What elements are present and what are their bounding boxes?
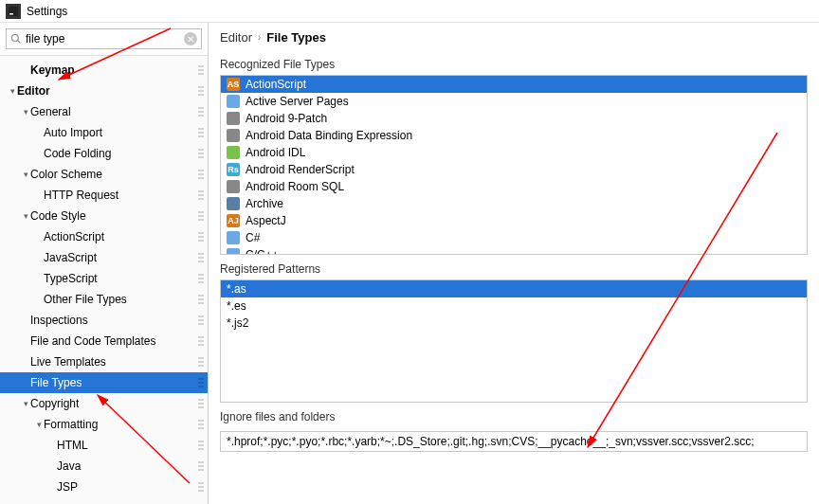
settings-tree[interactable]: Keymap▾Editor▾GeneralAuto ImportCode Fol… (0, 56, 208, 504)
sidebar-item-copyright[interactable]: ▾Copyright (0, 393, 208, 414)
svg-rect-54 (198, 406, 204, 408)
svg-rect-21 (198, 177, 204, 179)
svg-rect-62 (198, 465, 204, 467)
sidebar-item-live-templates[interactable]: Live Templates (0, 351, 208, 372)
svg-rect-23 (198, 194, 204, 196)
filetype-row[interactable]: RsAndroid RenderScript (221, 161, 807, 178)
filetype-row[interactable]: Android IDL (221, 144, 807, 161)
project-scope-icon (198, 418, 204, 431)
filetype-icon: Rs (227, 163, 240, 176)
sidebar-item-general[interactable]: ▾General (0, 101, 208, 122)
sidebar-item-label: Color Scheme (30, 168, 198, 181)
project-scope-icon (198, 189, 204, 202)
window-title: Settings (27, 5, 67, 18)
settings-sidebar: ✕ Keymap▾Editor▾GeneralAuto ImportCode F… (0, 23, 209, 504)
filetype-label: Active Server Pages (246, 95, 349, 108)
svg-rect-4 (198, 65, 204, 67)
svg-rect-36 (198, 281, 204, 283)
svg-rect-11 (198, 111, 204, 113)
sidebar-item-label: Code Style (30, 209, 198, 223)
sidebar-item-editor[interactable]: ▾Editor (0, 81, 208, 101)
sidebar-item-label: Copyright (30, 397, 198, 410)
project-scope-icon (198, 376, 204, 389)
svg-rect-52 (198, 399, 204, 401)
svg-rect-27 (198, 219, 204, 221)
pattern-label: *.es (227, 299, 246, 313)
sidebar-item-code-style[interactable]: ▾Code Style (0, 206, 208, 226)
sidebar-item-label: Other File Types (44, 293, 198, 306)
search-box[interactable]: ✕ (6, 28, 202, 49)
sidebar-item-auto-import[interactable]: Auto Import (0, 122, 208, 143)
project-scope-icon (198, 397, 204, 410)
search-input[interactable] (26, 32, 184, 45)
svg-rect-8 (198, 90, 204, 92)
svg-rect-44 (198, 340, 204, 342)
filetype-icon (227, 197, 240, 210)
project-scope-icon (198, 209, 204, 223)
svg-rect-26 (198, 215, 204, 217)
sidebar-item-keymap[interactable]: Keymap (0, 60, 208, 81)
filetype-row[interactable]: Android Room SQL (221, 178, 807, 195)
sidebar-item-javascript[interactable]: JavaScript (0, 247, 208, 268)
filetype-row[interactable]: Android 9-Patch (221, 110, 807, 127)
svg-rect-24 (198, 198, 204, 200)
filetype-row[interactable]: ASActionScript (221, 76, 807, 93)
filetype-icon (227, 129, 240, 142)
filetype-icon (227, 248, 240, 255)
sidebar-item-color-scheme[interactable]: ▾Color Scheme (0, 164, 208, 185)
titlebar: Settings (0, 0, 819, 23)
sidebar-item-file-types[interactable]: File Types (0, 372, 208, 393)
filetype-label: Android RenderScript (246, 163, 355, 176)
project-scope-icon (198, 126, 204, 139)
sidebar-item-actionscript[interactable]: ActionScript (0, 226, 208, 247)
project-scope-icon (198, 168, 204, 181)
sidebar-item-jsp[interactable]: JSP (0, 477, 208, 497)
svg-rect-55 (198, 420, 204, 422)
sidebar-item-file-and-code-templates[interactable]: File and Code Templates (0, 331, 208, 351)
sidebar-item-inspections[interactable]: Inspections (0, 310, 208, 331)
sidebar-item-label: File Types (30, 376, 198, 389)
svg-rect-9 (198, 94, 204, 96)
pattern-row[interactable]: *.as (221, 280, 807, 297)
filetype-label: C/C++ (246, 248, 279, 255)
pattern-row[interactable]: *.es (221, 297, 807, 315)
svg-rect-5 (198, 69, 204, 71)
sidebar-item-formatting[interactable]: ▾Formatting (0, 414, 208, 435)
svg-rect-57 (198, 427, 204, 429)
sidebar-item-other-file-types[interactable]: Other File Types (0, 289, 208, 310)
sidebar-item-typescript[interactable]: TypeScript (0, 268, 208, 289)
filetype-row[interactable]: Android Data Binding Expression (221, 127, 807, 144)
ignore-files-input[interactable] (220, 431, 808, 452)
sidebar-item-html[interactable]: HTML (0, 435, 208, 456)
filetype-row[interactable]: Active Server Pages (221, 93, 807, 110)
clear-search-icon[interactable]: ✕ (184, 32, 197, 45)
svg-rect-6 (198, 73, 204, 75)
sidebar-item-java[interactable]: Java (0, 456, 208, 477)
filetype-icon (227, 112, 240, 125)
filetype-row[interactable]: C/C++ (221, 246, 807, 255)
sidebar-item-http-request[interactable]: HTTP Request (0, 185, 208, 206)
filetype-label: Android 9-Patch (246, 112, 327, 125)
registered-patterns-list[interactable]: *.as*.es*.js2 (220, 279, 808, 403)
pattern-row[interactable]: *.js2 (221, 315, 807, 332)
project-scope-icon (198, 230, 204, 243)
chevron-icon: ▾ (8, 86, 17, 96)
sidebar-item-label: JSP (57, 480, 198, 494)
project-scope-icon (198, 293, 204, 306)
recognized-file-types-list[interactable]: ASActionScriptActive Server PagesAndroid… (220, 75, 808, 255)
filetype-row[interactable]: Archive (221, 195, 807, 212)
project-scope-icon (198, 84, 204, 98)
svg-rect-22 (198, 190, 204, 192)
breadcrumb-part-filetypes: File Types (266, 30, 326, 45)
svg-rect-16 (198, 149, 204, 151)
breadcrumb: Editor › File Types (209, 23, 819, 50)
svg-rect-56 (198, 423, 204, 425)
svg-rect-20 (198, 173, 204, 175)
sidebar-item-code-folding[interactable]: Code Folding (0, 143, 208, 164)
filetype-row[interactable]: AJAspectJ (221, 212, 807, 229)
filetype-row[interactable]: C# (221, 229, 807, 246)
project-scope-icon (198, 355, 204, 369)
filetype-label: AspectJ (246, 214, 286, 227)
svg-rect-12 (198, 115, 204, 117)
chevron-icon: ▾ (21, 170, 30, 179)
